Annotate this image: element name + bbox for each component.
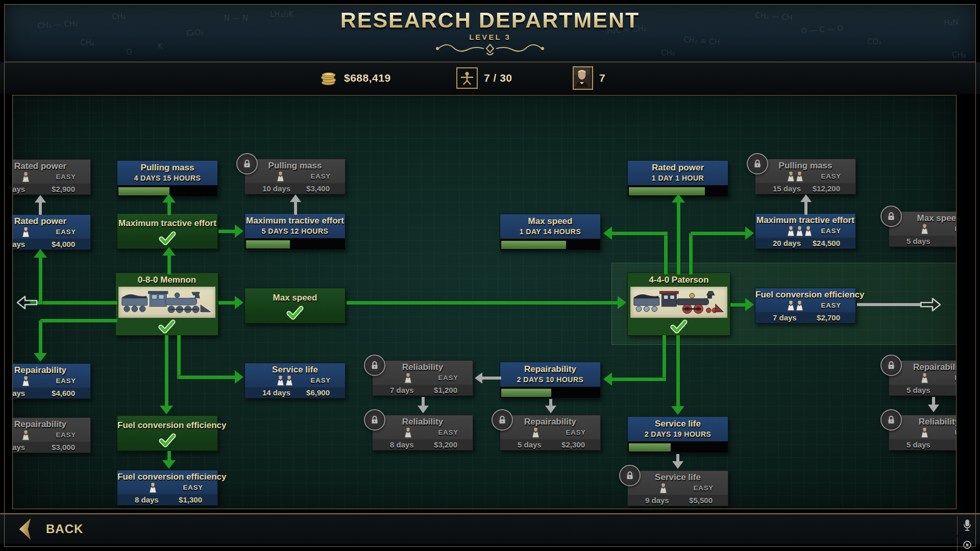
node-reliability-locked-1[interactable]: Reliability EASY7 days$1,200 — [372, 360, 473, 396]
node-max-tractive-2[interactable]: Maximum tractive effort5 DAYS 12 HOURS — [244, 213, 346, 250]
node-rated-power-paterson[interactable]: Rated power1 DAY 1 HOUR — [627, 160, 728, 197]
node-pulling-mass-right-locked[interactable]: Pulling mass EASY15 days$12,200 — [755, 159, 856, 194]
node-service-life-paterson[interactable]: Service life2 DAYS 19 HOURS — [627, 416, 728, 453]
time-remaining-label: 2 DAYS 10 HOURS — [500, 375, 600, 387]
node-max-speed-paterson[interactable]: Max speed1 DAY 14 HOURS — [500, 214, 601, 251]
arrow-head-gray — [800, 194, 812, 202]
arrow-head-green — [618, 296, 626, 309]
arrow-line-green — [612, 232, 668, 235]
time-remaining-label: 1 DAY 1 HOUR — [628, 174, 728, 185]
duration-label: days — [12, 443, 25, 452]
node-max-tractive-right[interactable]: Maximum tractive effort EASY20 days$24,5… — [755, 213, 856, 249]
check-icon — [158, 231, 177, 245]
arrow-line-green — [179, 375, 237, 379]
node-loco-paterson[interactable]: 4-4-0 Paterson — [627, 272, 730, 336]
scientist-icon — [404, 428, 412, 438]
scientist-count-icons — [277, 171, 284, 182]
node-rated-power-left[interactable]: Rated power EASYdays$4,000 — [12, 214, 91, 250]
arrow-head-green — [162, 247, 176, 256]
difficulty-label: EASY — [183, 484, 203, 491]
duration-label: 10 days — [262, 184, 290, 193]
cost-label: $24,500 — [813, 239, 840, 247]
node-reliability-locked-2[interactable]: Reliability EASY8 days$3,200 — [372, 415, 473, 450]
check-icon — [286, 306, 304, 320]
arrow-head-gray — [290, 194, 301, 202]
difficulty-label: EASY — [955, 225, 957, 233]
difficulty-label: EASY — [821, 227, 841, 235]
duration-label: 20 days — [773, 239, 801, 247]
scientist-count-icons — [787, 300, 803, 311]
scientist-count-icons — [659, 483, 667, 493]
node-repairability-paterson[interactable]: Repairability2 DAYS 10 HOURS — [500, 362, 601, 398]
arrow-head-green — [34, 353, 47, 362]
node-pulling-mass-memnon[interactable]: Pulling mass4 DAYS 15 HOURS — [117, 160, 218, 197]
node-service-life-locked[interactable]: Service life EASY9 days$5,500 — [627, 470, 728, 506]
money-value: $688,419 — [344, 72, 391, 84]
arrow-head-green — [603, 227, 612, 240]
arrow-line-green — [39, 258, 42, 305]
node-title: Service life — [245, 363, 345, 375]
progress-bar — [500, 239, 600, 250]
node-max-tractive-memnon[interactable]: Maximum tractive effort — [117, 213, 218, 249]
arrow-head-green — [671, 406, 684, 415]
node-fuel-conv-memnon-2[interactable]: Fuel conversion efficiency EASY8 days$1,… — [117, 470, 218, 506]
arrow-line-green — [39, 320, 42, 355]
difficulty-label: EASY — [566, 429, 586, 436]
scientist-count-icons — [404, 428, 412, 438]
arrow-head-green — [162, 194, 176, 203]
time-remaining-label: 4 DAYS 15 HOURS — [117, 174, 217, 185]
flourish-ornament — [5, 42, 975, 58]
node-max-speed-memnon[interactable]: Max speed — [244, 288, 346, 323]
scientist-icon — [787, 171, 795, 182]
node-title: Repairability — [12, 364, 90, 376]
node-repairability-left-2[interactable]: Repairability EASYdays$3,000 — [12, 417, 91, 453]
scientist-resource: 7 — [573, 62, 605, 94]
node-service-life-memnon[interactable]: Service life EASY14 days$6,900 — [244, 363, 346, 398]
node-loco-memnon[interactable]: 0-8-0 Memnon — [115, 272, 218, 336]
node-title: Fuel conversion efficiency — [117, 470, 217, 483]
arrow-line-green — [177, 335, 181, 379]
back-label: BACK — [46, 522, 83, 536]
node-fuel-conv-memnon[interactable]: Fuel conversion efficiency — [117, 415, 218, 451]
scientist-icon — [921, 224, 928, 234]
difficulty-label: EASY — [955, 429, 957, 436]
view-toggle-icon[interactable] — [957, 537, 977, 551]
difficulty-label: EASY — [311, 172, 331, 180]
scientist-icon — [796, 226, 803, 236]
arrow-line-green — [347, 301, 620, 305]
arrow-line-green — [676, 335, 680, 408]
arrow-head-green — [745, 298, 754, 311]
node-pulling-mass-locked[interactable]: Pulling mass EASY10 days$3,400 — [244, 159, 346, 194]
duration-label: 7 days — [773, 313, 797, 322]
scroll-right-arrow — [919, 297, 942, 312]
cost-label: $2,300 — [561, 440, 585, 449]
node-title: Repairability — [500, 415, 600, 428]
scientist-icon — [921, 373, 928, 383]
locomotive-paterson-art — [632, 289, 725, 316]
scientist-icon — [796, 300, 803, 311]
node-rated-power-top-left[interactable]: Rated power EASYdays$2,900 — [12, 159, 91, 195]
node-title: Repairability — [500, 362, 600, 375]
scientist-count-icons — [787, 171, 803, 182]
cost-label: $1,300 — [179, 495, 202, 504]
progress-fill — [501, 241, 566, 249]
resource-bar: $688,419 7 / 30 — [0, 62, 980, 94]
difficulty-label: EASY — [955, 374, 957, 382]
scientist-icon — [149, 483, 157, 493]
back-button[interactable]: BACK — [18, 518, 83, 540]
node-repairability-locked[interactable]: Repairability EASY5 days$2,300 — [500, 415, 601, 450]
research-tree-panel[interactable]: Rated power EASYdays$2,900Rated power EA… — [12, 95, 957, 509]
cost-label: $4,600 — [52, 389, 75, 397]
difficulty-label: EASY — [438, 429, 458, 436]
arrow-line-green — [167, 203, 171, 215]
cost-label: $1,200 — [434, 386, 457, 394]
lock-icon — [364, 355, 385, 376]
scientist-count-icons — [921, 428, 928, 438]
duration-label: 7 days — [390, 386, 414, 394]
node-title: Maximum tractive effort — [117, 214, 217, 229]
scientist-count-icons — [22, 376, 30, 386]
microphone-icon[interactable] — [957, 516, 977, 535]
node-fuel-conv-paterson[interactable]: Fuel conversion efficiency EASY7 days$2,… — [755, 288, 856, 323]
duration-label: days — [12, 240, 25, 248]
node-repairability-left[interactable]: Repairability EASYdays$4,600 — [12, 363, 91, 399]
